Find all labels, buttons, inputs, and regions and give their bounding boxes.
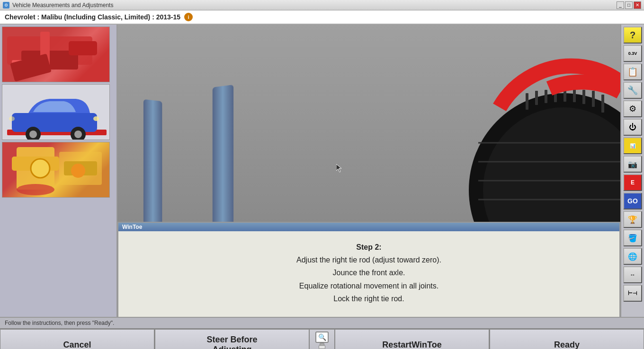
trophy-button[interactable]: 🏆 — [623, 211, 642, 228]
wintoe-line1: Adjust the right tie rod (adjust toward … — [133, 253, 605, 266]
cancel-button[interactable]: Cancel — [0, 329, 155, 349]
svg-rect-30 — [526, 93, 528, 110]
zoom-slider-track[interactable] — [320, 343, 324, 349]
chart-button[interactable]: 📊 — [623, 137, 642, 154]
steer-button[interactable]: Steer Before Adjusting — [155, 329, 309, 349]
close-button[interactable]: ✕ — [634, 1, 641, 9]
wintoe-line3: Equalize rotational movement in all join… — [133, 279, 605, 292]
pedal-left — [143, 99, 162, 225]
ready-button[interactable]: Ready — [490, 329, 644, 349]
title-bar: ⚙ Vehicle Measurements and Adjustments _… — [0, 0, 644, 10]
svg-rect-32 — [545, 90, 547, 103]
vehicle-header: Chevrolet : Malibu (Including Classic, L… — [0, 10, 644, 25]
power-button[interactable]: ⏻ — [623, 119, 642, 136]
center-3d-area: WinToe Step 2: Adjust the right tie rod … — [117, 25, 620, 317]
flag-button[interactable]: E — [623, 174, 642, 191]
tools-button[interactable]: 🔧 — [623, 82, 642, 99]
svg-rect-3 — [40, 32, 50, 70]
restart-label-line2: WinToe — [411, 340, 442, 349]
help-button[interactable]: ? — [623, 26, 642, 44]
svg-rect-5 — [12, 60, 36, 70]
steer-label-line1: Steer Before — [206, 335, 257, 345]
svg-point-15 — [9, 116, 15, 121]
tire-svg — [384, 25, 620, 233]
app-icon: ⚙ — [3, 2, 9, 9]
book-button[interactable]: 📋 — [623, 63, 642, 80]
svg-point-13 — [74, 131, 82, 138]
width2-button[interactable]: ⊢⊣ — [623, 285, 642, 302]
main-layout: WinToe Step 2: Adjust the right tie rod … — [0, 25, 644, 317]
vehicle-title: Chevrolet : Malibu (Including Classic, L… — [5, 13, 180, 21]
voltage-button[interactable]: 0.3V — [623, 45, 642, 62]
sidebar — [0, 25, 117, 317]
wintoe-dialog: WinToe Step 2: Adjust the right tie rod … — [117, 222, 620, 317]
title-bar-controls[interactable]: _ □ ✕ — [617, 1, 641, 9]
maximize-button[interactable]: □ — [625, 1, 633, 9]
width-button[interactable]: ↔ — [623, 266, 642, 283]
sidebar-image-2[interactable] — [2, 84, 110, 140]
status-text: Follow the instructions, then press "Rea… — [5, 320, 114, 326]
wintoe-title: WinToe — [122, 224, 142, 230]
go-button[interactable]: GO — [623, 192, 642, 209]
svg-rect-4 — [69, 41, 97, 55]
svg-point-14 — [93, 116, 99, 121]
sidebar-image-3[interactable] — [2, 142, 110, 198]
restart-label-line1: Restart — [382, 340, 411, 349]
pedal-right — [213, 85, 233, 227]
minimize-button[interactable]: _ — [617, 1, 624, 9]
wintoe-step: Step 2: — [133, 241, 605, 253]
sidebar-image-1[interactable] — [2, 26, 110, 82]
svg-point-21 — [31, 159, 50, 178]
zoom-icon[interactable]: 🔍 — [315, 332, 329, 343]
wintoe-line4: Lock the right tie rod. — [133, 292, 605, 305]
svg-point-2 — [19, 64, 43, 75]
svg-rect-36 — [582, 90, 585, 104]
3d-visualization: WinToe Step 2: Adjust the right tie rod … — [117, 25, 620, 317]
wintoe-content: Step 2: Adjust the right tie rod (adjust… — [118, 231, 619, 317]
svg-point-18 — [17, 184, 54, 195]
svg-point-11 — [29, 131, 37, 138]
svg-rect-31 — [535, 91, 538, 105]
svg-rect-35 — [573, 89, 576, 102]
svg-rect-38 — [601, 95, 604, 113]
zoom-control[interactable]: 🔍 — [309, 329, 335, 349]
svg-point-22 — [71, 164, 85, 178]
svg-rect-9 — [12, 113, 97, 132]
wintoe-line2: Jounce the front axle. — [133, 266, 605, 279]
restart-button[interactable]: Restart WinToe — [335, 329, 490, 349]
gear-button[interactable]: ⚙ — [623, 100, 642, 117]
svg-rect-37 — [592, 91, 595, 107]
status-bar: Follow the instructions, then press "Rea… — [0, 317, 644, 328]
wintoe-titlebar: WinToe — [118, 223, 619, 231]
camera-button[interactable]: 📷 — [623, 156, 642, 173]
steer-label-line2: Adjusting — [213, 345, 252, 349]
zoom-slider-thumb[interactable] — [319, 345, 325, 349]
paint-button[interactable]: 🪣 — [623, 229, 642, 246]
vehicle-info-icon[interactable]: i — [184, 13, 193, 21]
title-bar-left: ⚙ Vehicle Measurements and Adjustments — [3, 2, 113, 9]
globe-button[interactable]: 🌐 — [623, 248, 642, 265]
right-toolbar: ? 0.3V 📋 🔧 ⚙ ⏻ 📊 📷 E GO 🏆 🪣 🌐 ↔ ⊢⊣ — [620, 25, 644, 317]
title-bar-text: Vehicle Measurements and Adjustments — [12, 2, 113, 9]
bottom-bar: Cancel Steer Before Adjusting 🔍 Restart … — [0, 328, 644, 349]
